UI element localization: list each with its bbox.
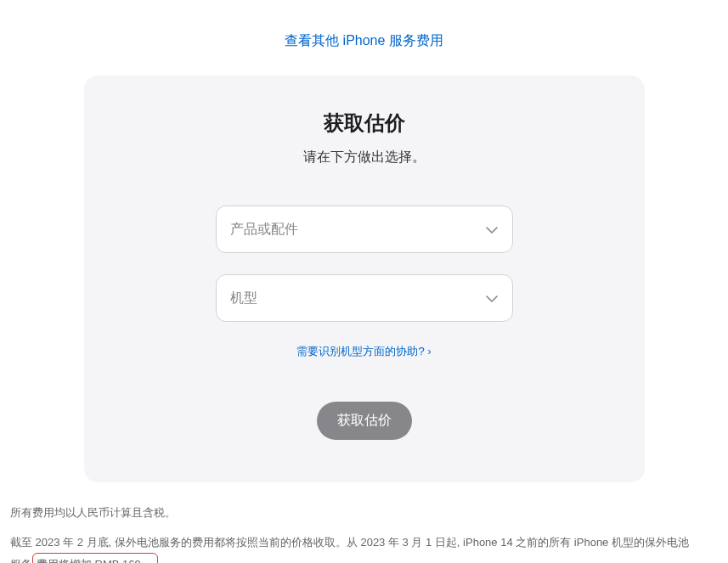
get-estimate-button[interactable]: 获取估价	[317, 402, 412, 440]
footnote-line1: 所有费用均以人民币计算且含税。	[10, 503, 690, 524]
chevron-right-icon: ›	[428, 346, 432, 358]
model-select[interactable]: 机型	[216, 274, 513, 322]
highlighted-price-change: 费用将增加 RMB 169。	[32, 553, 158, 563]
card-subtitle: 请在下方做出选择。	[118, 149, 611, 166]
identify-model-help-link[interactable]: 需要识别机型方面的协助? ›	[296, 344, 431, 359]
estimate-card: 获取估价 请在下方做出选择。 产品或配件 机型 需要识别机型方面的协助? › 获…	[84, 76, 645, 482]
product-select[interactable]: 产品或配件	[216, 205, 513, 253]
card-title: 获取估价	[118, 110, 611, 137]
footnote-line2: 截至 2023 年 2 月底, 保外电池服务的费用都将按照当前的价格收取。从 2…	[10, 532, 690, 563]
other-fees-link[interactable]: 查看其他 iPhone 服务费用	[285, 33, 443, 48]
help-link-text: 需要识别机型方面的协助?	[296, 344, 424, 359]
footnote: 所有费用均以人民币计算且含税。 截至 2023 年 2 月底, 保外电池服务的费…	[10, 503, 690, 563]
product-select-placeholder: 产品或配件	[230, 221, 298, 239]
model-select-placeholder: 机型	[230, 290, 257, 307]
